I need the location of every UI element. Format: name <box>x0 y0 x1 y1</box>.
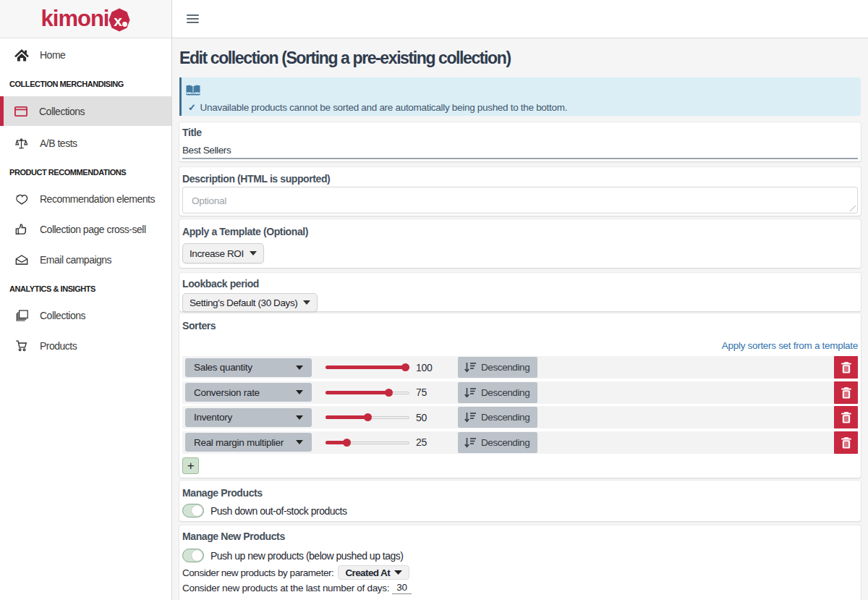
svg-text:x: x <box>114 12 123 29</box>
